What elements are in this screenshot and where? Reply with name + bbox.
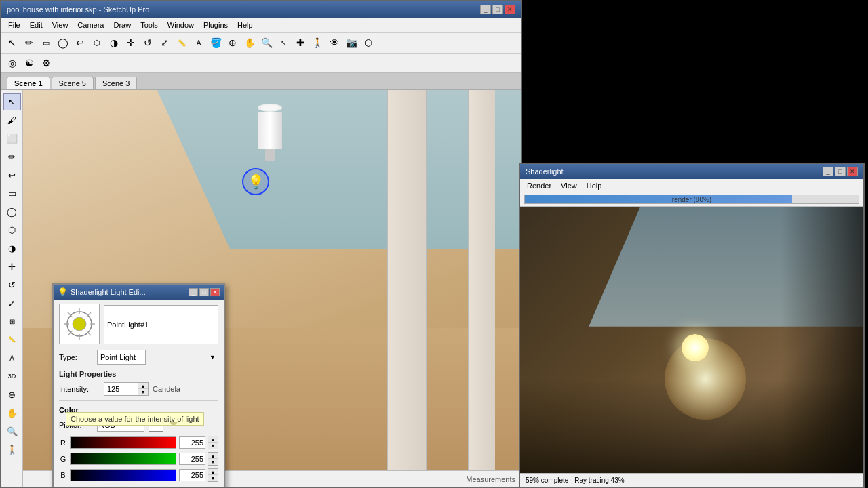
sidebar-zoom-tool[interactable]: 🔍 (3, 422, 21, 440)
render-menu-view[interactable]: View (557, 180, 581, 191)
tool-move[interactable]: ✛ (123, 35, 139, 51)
close-button[interactable]: ✕ (505, 5, 515, 14)
tool-section[interactable]: ✚ (292, 35, 309, 51)
sidebar-circle-tool[interactable]: ◯ (3, 203, 21, 220)
intensity-up[interactable]: ▲ (138, 383, 148, 389)
sidebar-rotate-tool[interactable]: ↺ (3, 276, 21, 293)
tool-look[interactable]: 👁 (326, 35, 342, 51)
shaderlight-close[interactable]: ✕ (210, 288, 220, 296)
render-progress-label: render (80%) (672, 196, 711, 203)
type-select[interactable]: Point Light Spot Light Distant Light (97, 350, 146, 365)
shaderlight-minimize[interactable]: _ (189, 288, 198, 296)
menu-file[interactable]: File (4, 20, 24, 30)
sidebar-move-tool[interactable]: ✛ (3, 258, 21, 275)
blue-channel-slider[interactable] (70, 469, 176, 481)
sidebar-orbit-tool[interactable]: ⊕ (3, 386, 21, 403)
green-down[interactable]: ▼ (208, 459, 218, 465)
tool-text[interactable]: A (191, 35, 207, 51)
green-channel-slider[interactable] (70, 453, 176, 465)
red-up[interactable]: ▲ (208, 436, 218, 443)
tool-component[interactable]: ⬡ (360, 35, 376, 51)
tool-pan[interactable]: ✋ (241, 35, 258, 51)
tool-position[interactable]: 📷 (343, 35, 359, 51)
minimize-button[interactable]: _ (480, 5, 491, 14)
scene-tab-1[interactable]: Scene 1 (7, 77, 50, 89)
render-close[interactable]: ✕ (847, 167, 858, 176)
scene-tab-5[interactable]: Scene 5 (52, 77, 94, 89)
red-channel-fill (71, 437, 176, 448)
sidebar-pan-tool[interactable]: ✋ (3, 404, 21, 422)
tool-push[interactable]: ◑ (106, 35, 122, 51)
render-maximize[interactable]: □ (835, 167, 846, 176)
red-down[interactable]: ▼ (208, 443, 218, 449)
scene-tab-3[interactable]: Scene 3 (95, 77, 137, 89)
blue-up[interactable]: ▲ (208, 469, 218, 475)
sidebar-offset-tool[interactable]: ⊞ (3, 312, 21, 330)
viewport[interactable]: ↖ 🖌 ⬜ ✏ ↩ ▭ ◯ ⬡ ◑ ✛ ↺ ⤢ ⊞ 📏 A 3D ⊕ ✋ 🔍 🚶 (1, 90, 521, 487)
type-select-arrow: ▼ (210, 354, 216, 361)
selected-point-light[interactable]: 💡 (242, 168, 269, 195)
menu-edit[interactable]: Edit (26, 20, 47, 30)
tool-paint[interactable]: 🪣 (208, 35, 224, 51)
sidebar-walk-tool[interactable]: 🚶 (3, 441, 21, 458)
type-label: Type: (59, 353, 93, 361)
shaderlight-title: 💡 Shaderlight Light Edi... (58, 287, 146, 297)
tool-shaderlight2[interactable]: ☯ (21, 55, 37, 71)
menu-window[interactable]: Window (163, 20, 198, 30)
tool-tape[interactable]: 📏 (174, 35, 190, 51)
tool-scale[interactable]: ⤢ (157, 35, 173, 51)
render-progress-bar: render (80%) (524, 195, 859, 204)
shaderlight-maximize[interactable]: □ (199, 288, 209, 296)
render-menu-help[interactable]: Help (583, 180, 606, 191)
sidebar-pencil-tool[interactable]: ✏ (3, 148, 21, 165)
sidebar-3dtext-tool[interactable]: 3D (3, 367, 21, 385)
sidebar-paint-tool[interactable]: 🖌 (3, 111, 21, 129)
sidebar-scale-tool[interactable]: ⤢ (3, 294, 21, 312)
menu-draw[interactable]: Draw (109, 20, 135, 30)
menu-help[interactable]: Help (233, 20, 257, 30)
blue-channel-row: B ▲ ▼ (59, 468, 218, 482)
tool-pencil[interactable]: ✏ (21, 35, 37, 51)
green-channel-row: G ▲ ▼ (59, 452, 218, 466)
sidebar-push-tool[interactable]: ◑ (3, 239, 21, 257)
tool-rect[interactable]: ▭ (38, 35, 54, 51)
intensity-input-group: ▲ ▼ (104, 382, 149, 396)
sidebar-text-tool[interactable]: A (3, 349, 21, 367)
measurements-area: Measurements (466, 475, 515, 483)
intensity-down[interactable]: ▼ (138, 389, 148, 395)
tool-rotate[interactable]: ↺ (140, 35, 156, 51)
red-channel-slider[interactable] (70, 436, 176, 449)
tool-arc[interactable]: ↩ (72, 35, 88, 51)
menu-tools[interactable]: Tools (136, 20, 162, 30)
blue-down[interactable]: ▼ (208, 475, 218, 481)
menu-camera[interactable]: Camera (73, 20, 108, 30)
menu-view[interactable]: View (48, 20, 73, 30)
intensity-input[interactable] (104, 382, 138, 396)
tool-circle[interactable]: ◯ (55, 35, 71, 51)
render-progress-area: render (80%) (520, 192, 863, 207)
render-minimize[interactable]: _ (823, 167, 833, 176)
sidebar-tape-tool[interactable]: 📏 (3, 331, 21, 348)
tool-orbit[interactable]: ⊕ (224, 35, 241, 51)
sidebar-erase-tool[interactable]: ⬜ (3, 129, 21, 147)
tool-shaderlight3[interactable]: ⚙ (38, 55, 54, 71)
red-value-input[interactable] (179, 436, 205, 449)
blue-value-input[interactable] (179, 469, 205, 481)
light-name-input[interactable] (104, 305, 218, 344)
tool-polygon[interactable]: ⬡ (89, 35, 105, 51)
tool-select[interactable]: ↖ (4, 35, 20, 51)
tool-zoom-extents[interactable]: ⤡ (275, 35, 292, 51)
tool-zoom[interactable]: 🔍 (258, 35, 275, 51)
sidebar-polygon-tool[interactable]: ⬡ (3, 221, 21, 239)
maximize-button[interactable]: □ (492, 5, 503, 14)
green-up[interactable]: ▲ (208, 453, 218, 459)
sidebar-select-tool[interactable]: ↖ (3, 93, 21, 110)
secondary-toolbar: ◎ ☯ ⚙ (1, 53, 521, 72)
green-value-input[interactable] (179, 453, 205, 465)
tool-shaderlight1[interactable]: ◎ (4, 55, 20, 71)
render-menu-render[interactable]: Render (523, 180, 555, 191)
sidebar-arc-tool[interactable]: ↩ (3, 166, 21, 184)
menu-plugins[interactable]: Plugins (199, 20, 232, 30)
sidebar-rect-tool[interactable]: ▭ (3, 184, 21, 202)
tool-walk[interactable]: 🚶 (309, 35, 326, 51)
